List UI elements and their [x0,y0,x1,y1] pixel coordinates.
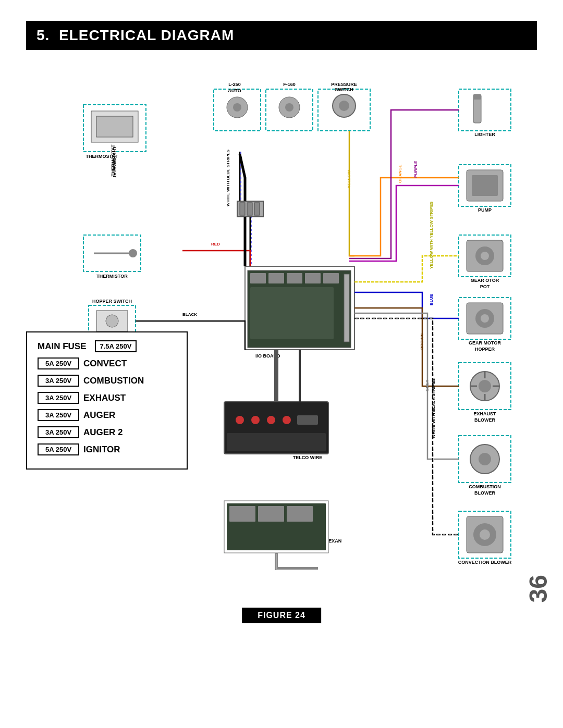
svg-rect-71 [268,273,284,283]
fuse-value-auger2: 3A 250V [38,426,79,438]
svg-point-80 [236,416,244,424]
svg-rect-35 [472,175,498,196]
section-header: 5. ELECTRICAL DIAGRAM [26,21,537,50]
fuse-row-combustion: 3A 250V COMBUSTION [38,375,176,387]
fuse-value-main: 7.5A 250V [95,340,137,352]
figure-caption: FIGURE 24 [242,608,321,623]
svg-text:L-250: L-250 [228,82,241,87]
svg-text:EXHAUST: EXHAUST [473,411,496,416]
svg-point-66 [480,529,490,540]
fuse-label-exhaust: EXHAUST [83,393,126,403]
svg-text:YELLOW WITH YELLOW STRIPES: YELLOW WITH YELLOW STRIPES [429,201,434,269]
fuse-label-main: MAIN FUSE [38,341,95,352]
svg-point-41 [481,252,489,260]
svg-text:RED: RED [211,242,220,246]
fuse-label-auger2: AUGER 2 [83,427,123,438]
fuse-row-ignitor: 5A 250V IGNITOR [38,443,176,455]
svg-text:YELLOW: YELLOW [347,170,351,188]
svg-point-82 [267,416,275,424]
svg-text:HOPPER SWITCH: HOPPER SWITCH [92,299,132,304]
svg-rect-2 [96,116,133,137]
svg-text:LIGHTER: LIGHTER [474,132,495,137]
svg-rect-75 [250,287,334,339]
fuse-value-convect: 5A 250V [38,357,79,369]
svg-rect-104 [247,203,252,215]
svg-text:TELCO WIRE: TELCO WIRE [293,455,323,460]
fuse-value-exhaust: 3A 250V [38,392,79,404]
svg-rect-76 [344,274,349,342]
svg-text:PURPLE: PURPLE [413,161,418,178]
svg-rect-88 [229,506,255,522]
svg-text:SWITCH: SWITCH [335,87,353,92]
svg-rect-103 [240,203,245,215]
fuse-value-auger: 3A 250V [38,409,79,421]
svg-text:POT: POT [480,284,490,289]
fuse-row-auger: 3A 250V AUGER [38,409,176,421]
svg-text:CONVECTION BLOWER: CONVECTION BLOWER [458,560,512,565]
fuse-label-convect: CONVECT [83,359,127,369]
svg-rect-105 [254,203,260,215]
svg-text:GEAR MOTOR: GEAR MOTOR [469,340,501,346]
fuse-label-combustion: COMBUSTION [83,376,144,386]
diagram-container: THERMOSTAT THERMOSTAT THERMOSTAT THERMIS… [26,60,537,634]
svg-point-61 [479,453,491,465]
svg-text:AUTO: AUTO [228,88,241,93]
svg-point-52 [479,380,491,392]
fuse-row-exhaust: 3A 250V EXHAUST [38,392,176,404]
svg-text:HOPPER: HOPPER [475,347,495,352]
fuse-label-ignitor: IGNITOR [83,445,120,455]
svg-rect-84 [297,415,318,425]
svg-text:ORANGE: ORANGE [398,164,402,183]
svg-text:PRESSURE: PRESSURE [331,82,357,87]
svg-rect-31 [473,94,481,100]
svg-text:GREY: GREY [425,379,430,391]
svg-point-8 [129,249,137,257]
svg-text:GEAR OTOR: GEAR OTOR [471,278,499,283]
svg-rect-28 [459,89,511,131]
svg-rect-72 [287,273,302,283]
svg-point-47 [481,314,489,323]
svg-point-22 [285,103,293,112]
fuse-row-convect: 5A 250V CONVECT [38,357,176,369]
svg-text:F-160: F-160 [283,82,296,87]
fuse-legend: MAIN FUSE 7.5A 250V 5A 250V CONVECT 3A 2… [26,331,188,470]
svg-text:WHITE WITH BLACK STRIPES: WHITE WITH BLACK STRIPES [431,378,436,438]
svg-text:THERMOSTAT: THERMOSTAT [112,146,117,178]
section-title: 5. ELECTRICAL DIAGRAM [36,27,527,44]
svg-text:WHITE WITH BLUE STRIPES: WHITE WITH BLUE STRIPES [226,149,230,206]
fuse-row-auger2: 3A 250V AUGER 2 [38,426,176,438]
fuse-value-combustion: 3A 250V [38,375,79,387]
svg-rect-74 [323,273,339,283]
svg-text:COMBUSTION: COMBUSTION [469,484,501,489]
page-number: 36 [524,575,553,602]
svg-rect-70 [250,273,266,283]
svg-rect-90 [287,506,313,522]
svg-text:THERMISTOR: THERMISTOR [96,274,128,279]
svg-rect-89 [258,506,284,522]
svg-text:BLOWER: BLOWER [474,490,495,496]
svg-point-27 [339,101,349,111]
svg-text:PUMP: PUMP [478,207,492,213]
fuse-row-main: MAIN FUSE 7.5A 250V [38,340,176,352]
svg-rect-85 [227,433,326,451]
svg-text:BLOWER: BLOWER [474,417,495,423]
svg-text:THERMOSTAT: THERMOSTAT [85,154,118,159]
svg-point-18 [233,103,241,112]
svg-text:BLUE: BLUE [429,294,434,305]
fuse-label-auger: AUGER [83,410,115,421]
svg-point-13 [106,315,118,327]
svg-point-83 [283,416,291,424]
svg-point-81 [251,416,260,424]
svg-text:BROWN: BROWN [420,334,424,350]
svg-text:BLACK: BLACK [182,312,197,317]
svg-rect-73 [305,273,321,283]
fuse-value-ignitor: 5A 250V [38,443,79,455]
